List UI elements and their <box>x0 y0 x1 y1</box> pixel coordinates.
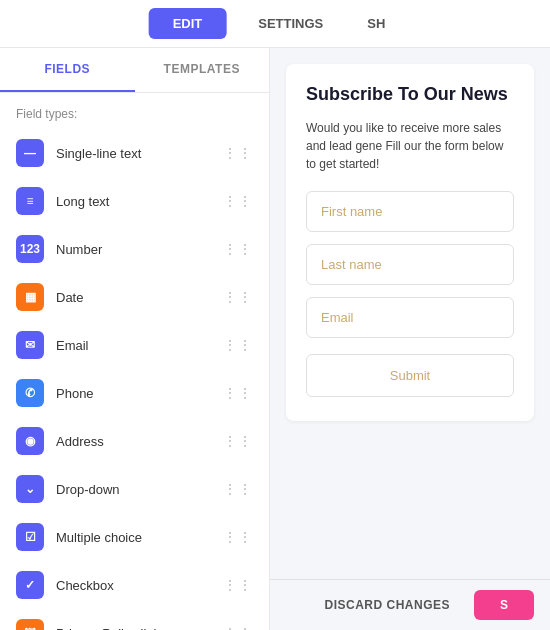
field-label-privacy-policy: Privacy Policy link <box>56 626 223 631</box>
field-icon-phone: ✆ <box>16 379 44 407</box>
edit-button[interactable]: EDIT <box>149 8 227 39</box>
bottom-bar: DISCARD CHANGES S <box>270 579 550 630</box>
field-icon-checkbox: ✓ <box>16 571 44 599</box>
drag-handle-number[interactable]: ⋮⋮ <box>223 241 253 257</box>
tabs-row: FIELDS TEMPLATES <box>0 48 269 93</box>
drag-handle-date[interactable]: ⋮⋮ <box>223 289 253 305</box>
last-name-input[interactable] <box>306 244 514 285</box>
drag-handle-address[interactable]: ⋮⋮ <box>223 433 253 449</box>
settings-button[interactable]: SETTINGS <box>234 8 347 39</box>
form-title: Subscribe To Our News <box>306 84 514 105</box>
drag-handle-checkbox[interactable]: ⋮⋮ <box>223 577 253 593</box>
main-layout: FIELDS TEMPLATES Field types: —Single-li… <box>0 48 550 630</box>
field-label-long-text: Long text <box>56 194 223 209</box>
field-icon-drop-down: ⌄ <box>16 475 44 503</box>
tab-templates[interactable]: TEMPLATES <box>135 48 270 92</box>
left-panel: FIELDS TEMPLATES Field types: —Single-li… <box>0 48 270 630</box>
drag-handle-long-text[interactable]: ⋮⋮ <box>223 193 253 209</box>
submit-button[interactable]: Submit <box>306 354 514 397</box>
field-label-email: Email <box>56 338 223 353</box>
drag-handle-privacy-policy[interactable]: ⋮⋮ <box>223 625 253 630</box>
field-label-checkbox: Checkbox <box>56 578 223 593</box>
form-card: Subscribe To Our News Would you like to … <box>286 64 534 421</box>
field-item-address[interactable]: ◉Address⋮⋮ <box>0 417 269 465</box>
field-label-drop-down: Drop-down <box>56 482 223 497</box>
field-icon-email: ✉ <box>16 331 44 359</box>
field-label-number: Number <box>56 242 223 257</box>
tab-fields[interactable]: FIELDS <box>0 48 135 92</box>
field-item-phone[interactable]: ✆Phone⋮⋮ <box>0 369 269 417</box>
field-item-date[interactable]: ▦Date⋮⋮ <box>0 273 269 321</box>
form-preview: Subscribe To Our News Would you like to … <box>270 48 550 579</box>
field-label-multiple-choice: Multiple choice <box>56 530 223 545</box>
save-button[interactable]: S <box>474 590 534 620</box>
first-name-input[interactable] <box>306 191 514 232</box>
drag-handle-phone[interactable]: ⋮⋮ <box>223 385 253 401</box>
field-item-number[interactable]: 123Number⋮⋮ <box>0 225 269 273</box>
field-label-address: Address <box>56 434 223 449</box>
field-item-drop-down[interactable]: ⌄Drop-down⋮⋮ <box>0 465 269 513</box>
drag-handle-email[interactable]: ⋮⋮ <box>223 337 253 353</box>
share-button[interactable]: SH <box>351 8 401 39</box>
right-panel: Subscribe To Our News Would you like to … <box>270 48 550 630</box>
field-item-privacy-policy[interactable]: 🛡Privacy Policy link⋮⋮ <box>0 609 269 630</box>
field-item-email[interactable]: ✉Email⋮⋮ <box>0 321 269 369</box>
drag-handle-multiple-choice[interactable]: ⋮⋮ <box>223 529 253 545</box>
field-icon-privacy-policy: 🛡 <box>16 619 44 630</box>
field-item-long-text[interactable]: ≡Long text⋮⋮ <box>0 177 269 225</box>
field-icon-long-text: ≡ <box>16 187 44 215</box>
field-item-single-line-text[interactable]: —Single-line text⋮⋮ <box>0 129 269 177</box>
field-icon-single-line-text: — <box>16 139 44 167</box>
field-types-label: Field types: <box>0 93 269 129</box>
form-desc: Would you like to receive more sales and… <box>306 119 514 173</box>
discard-button[interactable]: DISCARD CHANGES <box>310 590 464 620</box>
field-icon-number: 123 <box>16 235 44 263</box>
field-list: —Single-line text⋮⋮≡Long text⋮⋮123Number… <box>0 129 269 630</box>
drag-handle-single-line-text[interactable]: ⋮⋮ <box>223 145 253 161</box>
field-label-date: Date <box>56 290 223 305</box>
drag-handle-drop-down[interactable]: ⋮⋮ <box>223 481 253 497</box>
field-icon-address: ◉ <box>16 427 44 455</box>
field-icon-date: ▦ <box>16 283 44 311</box>
top-nav: EDIT SETTINGS SH <box>0 0 550 48</box>
field-label-single-line-text: Single-line text <box>56 146 223 161</box>
field-label-phone: Phone <box>56 386 223 401</box>
email-input[interactable] <box>306 297 514 338</box>
field-item-checkbox[interactable]: ✓Checkbox⋮⋮ <box>0 561 269 609</box>
field-icon-multiple-choice: ☑ <box>16 523 44 551</box>
field-item-multiple-choice[interactable]: ☑Multiple choice⋮⋮ <box>0 513 269 561</box>
